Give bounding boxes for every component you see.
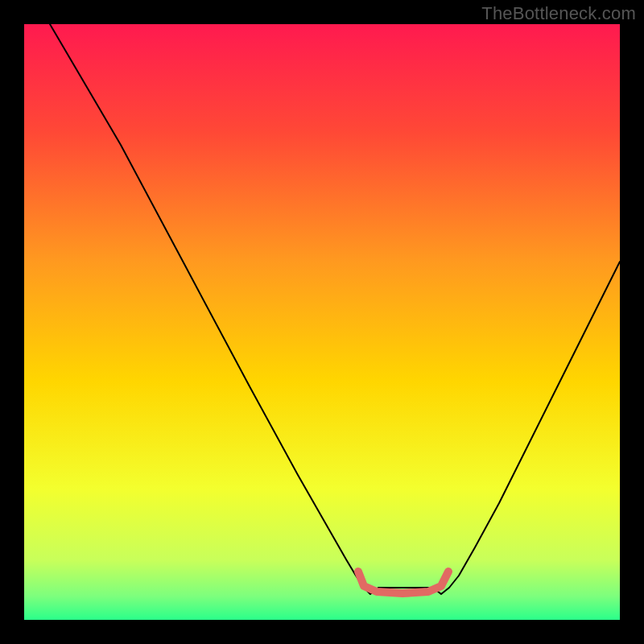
chart-frame: TheBottleneck.com (0, 0, 644, 644)
watermark-label: TheBottleneck.com (481, 3, 636, 24)
plot-background (24, 24, 620, 620)
bottleneck-chart (0, 0, 644, 644)
